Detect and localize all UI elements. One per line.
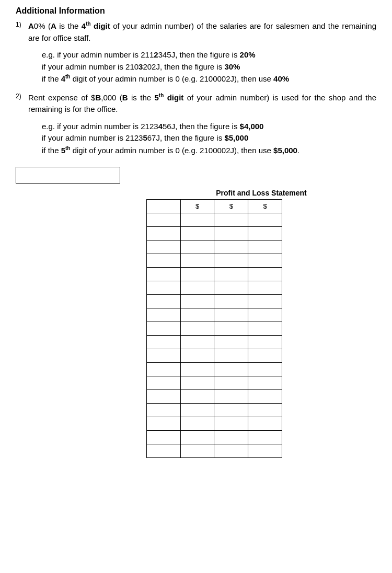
table-row <box>147 444 282 458</box>
table-label: Profit and Loss Statement <box>146 189 376 197</box>
table-col-dollar-3: $ <box>248 200 282 213</box>
section-1: 1) A0% (A is the 4th digit of your admin… <box>16 20 376 85</box>
table-row <box>147 227 282 240</box>
input-box-container <box>16 167 376 184</box>
table-row <box>147 336 282 349</box>
table-row <box>147 281 282 295</box>
input-box[interactable] <box>16 167 120 184</box>
table-header-row: $ $ $ <box>147 200 282 213</box>
table-row <box>147 254 282 268</box>
table-row <box>147 404 282 417</box>
table-row <box>147 363 282 376</box>
section2-examples: e.g. if your admin number is 2123456J, t… <box>42 121 376 157</box>
table-row <box>147 213 282 227</box>
table-col-dollar-2: $ <box>214 200 248 213</box>
table-row <box>147 268 282 281</box>
section2-eg2: if your admin number is 2123567J, then t… <box>42 132 376 144</box>
table-row <box>147 390 282 404</box>
table-row <box>147 322 282 336</box>
table-row <box>147 349 282 363</box>
section-2: 2) Rent expense of $B,000 (B is the 5th … <box>16 91 376 157</box>
section1-examples: e.g. if your admin number is 2112345J, t… <box>42 49 376 85</box>
section1-eg1: e.g. if your admin number is 2112345J, t… <box>42 49 376 61</box>
pnl-table: $ $ $ <box>146 199 282 458</box>
table-row <box>147 417 282 431</box>
section2-intro: Rent expense of $B,000 (B is the 5th dig… <box>28 91 376 116</box>
table-col-empty <box>147 200 181 213</box>
section1-intro: A0% (A is the 4th digit of your admin nu… <box>28 20 376 44</box>
table-row <box>147 376 282 390</box>
section2-content: Rent expense of $B,000 (B is the 5th dig… <box>28 91 376 116</box>
section2-eg3: if the 5th digit of your admin number is… <box>42 144 376 157</box>
table-row <box>147 240 282 254</box>
section2-eg1: e.g. if your admin number is 2123456J, t… <box>42 121 376 133</box>
section1-eg2: if your admin number is 2103202J, then t… <box>42 61 376 73</box>
table-col-dollar-1: $ <box>180 200 214 213</box>
table-row <box>147 431 282 444</box>
page-title: Additional Information <box>16 6 376 16</box>
item-number-2: 2) <box>16 93 26 100</box>
table-row <box>147 295 282 308</box>
item-number-1: 1) <box>16 21 26 28</box>
section1-content: A0% (A is the 4th digit of your admin nu… <box>28 20 376 44</box>
section1-eg3: if the 4th digit of your admin number is… <box>42 73 376 85</box>
table-row <box>147 308 282 322</box>
table-section: Profit and Loss Statement $ $ $ <box>146 189 376 458</box>
